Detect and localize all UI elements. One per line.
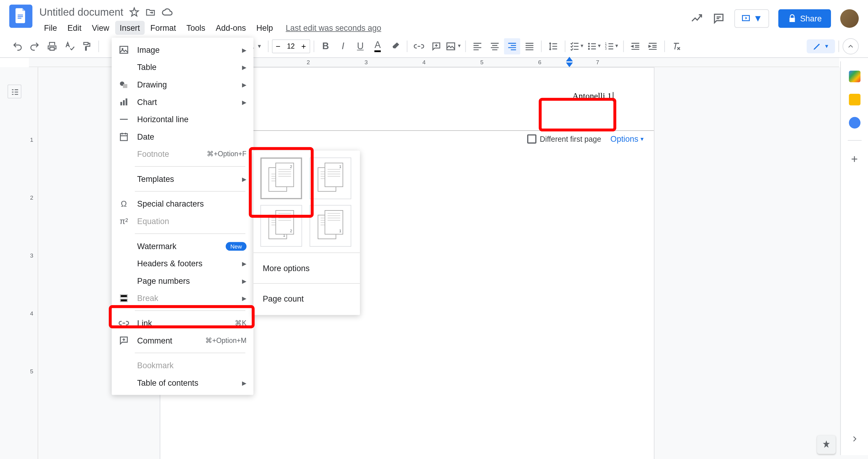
vruler-tick: 5 [30,368,33,375]
menu-help[interactable]: Help [252,21,278,35]
menu-toc[interactable]: Table of contents▶ [112,374,253,392]
svg-rect-16 [123,100,125,105]
redo-button[interactable] [27,38,43,54]
menu-divider [135,233,245,234]
menu-view[interactable]: View [87,21,114,35]
align-right-button[interactable] [504,38,520,54]
collapse-toolbar-button[interactable] [843,38,859,54]
print-button[interactable] [44,38,60,54]
document-title[interactable]: Untitled document [39,6,124,18]
star-icon[interactable] [129,7,140,18]
vertical-ruler[interactable]: 1 2 3 4 5 [29,67,38,459]
menu-tools[interactable]: Tools [182,21,210,35]
undo-button[interactable] [9,38,26,54]
menu-addons[interactable]: Add-ons [211,21,250,35]
bulleted-list-button[interactable]: ▼ [586,38,602,54]
svg-point-7 [588,48,590,50]
insert-link-button[interactable] [411,38,427,54]
vruler-tick: 3 [30,252,33,259]
page-number-bottom-right-all[interactable]: 1 2 [260,205,302,247]
italic-button[interactable]: I [335,38,351,54]
add-addon-button[interactable]: + [851,152,858,166]
page-number-top-right-skip-first[interactable]: 1 [310,157,351,199]
menu-format[interactable]: Format [146,21,181,35]
header-content[interactable]: Antonelli 1 [572,91,613,101]
menu-templates[interactable]: Templates▶ [112,170,253,188]
checklist-button[interactable]: ▼ [569,38,585,54]
menu-image[interactable]: Image▶ [112,41,253,58]
right-indent-marker[interactable] [566,57,573,67]
insert-comment-button[interactable] [428,38,444,54]
menu-chart[interactable]: Chart▶ [112,93,253,111]
page-number-top-right-all[interactable]: 1 2 [260,157,302,199]
drawing-icon [119,79,129,90]
separator [564,40,565,52]
menu-horizontal-line[interactable]: Horizontal line [112,111,253,128]
svg-rect-18 [120,134,127,141]
menu-insert[interactable]: Insert [115,21,145,35]
pi-icon: π² [119,216,129,227]
page-numbers-submenu: 1 2 1 1 2 1 [253,150,360,315]
tasks-icon[interactable] [849,117,860,128]
align-justify-button[interactable] [521,38,537,54]
menu-drawing[interactable]: Drawing▶ [112,76,253,93]
cloud-icon[interactable] [161,6,173,18]
menu-watermark[interactable]: WatermarkNew [112,237,253,255]
menu-date[interactable]: Date [112,128,253,145]
line-spacing-button[interactable] [545,38,561,54]
spellcheck-button[interactable] [61,38,78,54]
keep-icon[interactable] [849,94,860,105]
present-button[interactable]: ▼ [734,9,769,28]
menu-edit[interactable]: Edit [63,21,86,35]
page-count-item[interactable]: Page count [260,289,353,308]
user-avatar[interactable] [840,9,859,28]
font-size-decrease[interactable]: − [273,41,284,51]
indent-decrease-button[interactable] [627,38,644,54]
menu-page-numbers[interactable]: Page numbers▶ [112,272,253,289]
highlight-button[interactable] [387,38,403,54]
explore-button[interactable] [817,435,835,454]
text-color-button[interactable]: A [370,38,386,54]
last-edit-link[interactable]: Last edit was seconds ago [286,21,381,35]
bold-button[interactable]: B [317,38,334,54]
align-center-button[interactable] [487,38,503,54]
calendar-icon[interactable] [849,70,860,82]
menu-file[interactable]: File [39,21,62,35]
page-number-bottom-right-skip-first[interactable]: 1 [310,205,351,247]
bottom-right-controls [817,435,835,454]
font-size-value[interactable]: 12 [284,42,298,50]
font-size-increase[interactable]: + [298,41,309,51]
paint-format-button[interactable] [79,38,95,54]
separator [838,40,839,52]
header-options-link[interactable]: Options ▼ [610,134,645,144]
svg-rect-0 [18,15,23,16]
insert-image-button[interactable]: ▼ [445,38,462,54]
share-button[interactable]: Share [778,9,831,28]
different-first-page-checkbox[interactable]: Different first page [527,134,601,144]
activity-icon[interactable] [690,12,703,25]
menu-divider [135,191,245,192]
svg-rect-1 [18,16,23,17]
menu-special-chars[interactable]: ΩSpecial characters [112,195,253,212]
menu-link[interactable]: Link⌘K [112,315,253,332]
clear-formatting-button[interactable] [668,38,684,54]
menu-table[interactable]: Table▶ [112,58,253,76]
menu-comment[interactable]: Comment⌘+Option+M [112,332,253,349]
more-options-item[interactable]: More options [260,259,353,277]
separator [268,40,268,52]
numbered-list-button[interactable]: 123▼ [603,38,620,54]
vruler-tick: 2 [30,195,33,201]
share-label: Share [800,14,822,23]
underline-button[interactable]: U [352,38,369,54]
menu-headers-footers[interactable]: Headers & footers▶ [112,255,253,272]
indent-increase-button[interactable] [644,38,661,54]
svg-point-5 [588,42,590,44]
editing-mode-button[interactable]: ▼ [807,39,835,53]
docs-logo[interactable] [9,4,33,28]
hide-side-panel-button[interactable] [850,434,859,446]
comment-history-icon[interactable] [712,12,725,25]
move-icon[interactable] [145,7,156,18]
outline-toggle-button[interactable] [7,84,22,98]
align-left-button[interactable] [469,38,485,54]
svg-rect-2 [18,18,22,19]
